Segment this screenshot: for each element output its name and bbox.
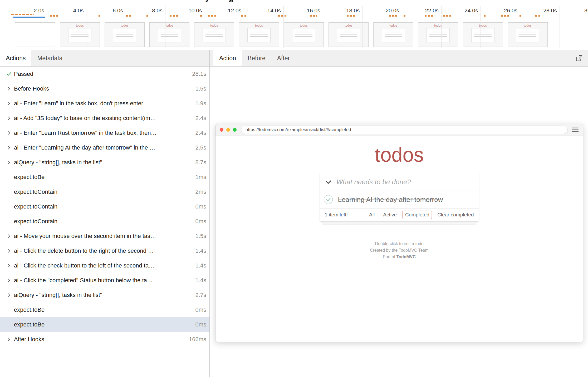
close-window-icon[interactable] <box>220 128 223 132</box>
test-status-row[interactable]: Passed 28.1s <box>0 67 209 81</box>
timeline-tick <box>535 15 542 17</box>
thumbnail-todos-label: todos <box>60 24 100 27</box>
filmstrip-thumbnail[interactable]: todos <box>508 22 548 47</box>
timeline-label: 26.0s <box>504 7 517 14</box>
tab-metadata[interactable]: Metadata <box>31 50 68 66</box>
timeline-tick <box>501 15 511 17</box>
action-row[interactable]: aiQuery - "string[], tasks in the list" … <box>0 155 209 170</box>
action-label: expect.toContain <box>14 203 192 210</box>
chevron-right-icon[interactable] <box>6 263 12 268</box>
timeline-tick <box>389 15 397 17</box>
action-row[interactable]: expect.toContain 0ms <box>0 199 209 214</box>
toggle-all-icon[interactable] <box>320 180 336 184</box>
action-duration: 166ms <box>189 336 206 343</box>
action-row[interactable]: ai - Click the delete button to the righ… <box>0 244 209 258</box>
chevron-right-icon[interactable] <box>6 131 12 135</box>
filters: All Active Completed <box>366 211 432 219</box>
todomvc-brand[interactable]: TodoMVC <box>396 255 416 259</box>
trace-viewer: y g todos todos todos todos todos <box>0 0 588 377</box>
chevron-right-icon[interactable] <box>6 337 12 342</box>
filmstrip-thumbnail[interactable]: todos <box>60 22 100 47</box>
filmstrip-thumbnail[interactable] <box>15 22 55 47</box>
action-label: ai - Enter "Learning AI the day after to… <box>14 144 192 151</box>
filmstrip-thumbnail[interactable]: todos <box>418 22 458 47</box>
filmstrip-thumbnail[interactable]: todos <box>194 22 234 47</box>
action-row[interactable]: aiQuery - "string[], tasks in the list" … <box>0 288 209 302</box>
filmstrip-thumbnail[interactable]: todos <box>149 22 189 47</box>
timeline-network-bar <box>13 17 45 18</box>
filmstrip-thumbnail[interactable]: todos <box>373 22 413 47</box>
action-duration: 1.9s <box>195 100 206 107</box>
chevron-right-icon[interactable] <box>6 86 12 91</box>
action-row[interactable]: ai - Click the "completed" Status button… <box>0 273 209 288</box>
new-todo-input[interactable]: What needs to be done? <box>336 178 411 186</box>
browser-window: https://todomvc.com/examples/react/dist/… <box>215 124 583 342</box>
tab-before[interactable]: Before <box>242 50 271 66</box>
action-row[interactable]: expect.toBe 1ms <box>0 170 209 185</box>
action-row[interactable]: Before Hooks 1.5s <box>0 81 209 96</box>
action-label: expect.toContain <box>14 218 192 225</box>
chevron-right-icon[interactable] <box>6 116 12 121</box>
thumbnail-todos-label: todos <box>105 24 144 27</box>
clipped-title-fragment: g <box>229 0 233 3</box>
timeline-label: 4.0s <box>73 7 84 14</box>
action-row[interactable]: After Hooks 166ms <box>0 332 209 347</box>
action-row[interactable]: expect.toContain 2ms <box>0 185 209 199</box>
open-external-button[interactable] <box>575 54 583 62</box>
action-duration: 0ms <box>195 321 206 328</box>
action-duration: 0ms <box>195 306 206 313</box>
tab-after[interactable]: After <box>271 50 296 66</box>
filter-all[interactable]: All <box>366 211 377 219</box>
items-left-count: 1 item left! <box>325 212 348 218</box>
tab-actions[interactable]: Actions <box>0 50 31 66</box>
timeline-tick <box>310 15 317 17</box>
todo-toggle-icon[interactable] <box>323 195 333 205</box>
thumbnail-card <box>516 28 539 42</box>
chevron-right-icon[interactable] <box>6 160 12 165</box>
action-row[interactable]: expect.toContain 0ms <box>0 214 209 229</box>
timeline-label: 20.0s <box>386 7 399 14</box>
chevron-right-icon[interactable] <box>6 101 12 106</box>
filmstrip-thumbnail[interactable]: todos <box>284 22 324 47</box>
filmstrip-thumbnail[interactable]: todos <box>239 22 279 47</box>
todo-item[interactable]: Learning AI the day after tomorrow <box>320 191 479 208</box>
clear-completed-button[interactable]: Clear completed <box>437 212 474 218</box>
thumbnail-card <box>471 28 494 42</box>
filmstrip-thumbnail[interactable]: todos <box>463 22 503 47</box>
timeline-action-bar <box>11 14 34 15</box>
tab-action[interactable]: Action <box>213 50 242 66</box>
action-row[interactable]: ai - Enter "Learn" in the task box, don'… <box>0 96 209 111</box>
action-row[interactable]: ai - Add "JS today" to base on the exist… <box>0 111 209 126</box>
chevron-right-icon[interactable] <box>6 145 12 150</box>
action-row[interactable]: ai - Enter "Learning AI the day after to… <box>0 140 209 155</box>
chevron-right-icon[interactable] <box>6 234 12 239</box>
url-bar[interactable]: https://todomvc.com/examples/react/dist/… <box>241 126 568 134</box>
chevron-right-icon[interactable] <box>6 249 12 253</box>
filter-completed[interactable]: Completed <box>403 211 432 219</box>
actions-panel: Actions Metadata Passed 28.1s Before Hoo… <box>0 50 210 377</box>
timeline-tick <box>50 15 60 17</box>
action-row[interactable]: ai - Click the check button to the left … <box>0 258 209 273</box>
timeline[interactable]: y g todos todos todos todos todos <box>0 0 588 50</box>
browser-chrome: https://todomvc.com/examples/react/dist/… <box>215 124 583 136</box>
chevron-right-icon[interactable] <box>6 278 12 283</box>
action-row[interactable]: ai - Move your mouse over the second ite… <box>0 229 209 244</box>
chevron-right-icon[interactable] <box>6 293 12 297</box>
timeline-gridline <box>323 6 323 48</box>
action-duration: 1.5s <box>195 233 206 240</box>
maximize-window-icon[interactable] <box>233 128 237 132</box>
action-row[interactable]: expect.toBe 0ms <box>0 317 209 332</box>
timeline-gridline <box>520 6 520 48</box>
minimize-window-icon[interactable] <box>226 128 230 132</box>
action-duration: 2.4s <box>195 130 206 136</box>
hamburger-menu-icon[interactable] <box>572 127 579 133</box>
action-row[interactable]: ai - Enter "Learn Rust tomorrow" in the … <box>0 126 209 140</box>
action-label: ai - Add "JS today" to base on the exist… <box>14 115 192 122</box>
filmstrip-thumbnail[interactable]: todos <box>105 22 145 47</box>
timeline-label: 3 <box>584 7 587 14</box>
action-row[interactable]: expect.toBe 0ms <box>0 302 209 317</box>
filter-active[interactable]: Active <box>380 211 399 219</box>
action-duration: 1.4s <box>195 262 206 269</box>
info-line: Created by the TodoMVC Team <box>215 247 583 254</box>
main-split: Actions Metadata Passed 28.1s Before Hoo… <box>0 50 588 377</box>
